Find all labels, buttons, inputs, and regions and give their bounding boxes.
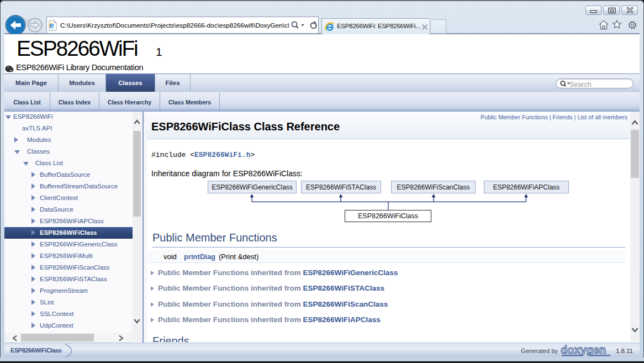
- svg-text:doxygen: doxygen: [561, 344, 606, 356]
- svg-text:e: e: [49, 20, 54, 30]
